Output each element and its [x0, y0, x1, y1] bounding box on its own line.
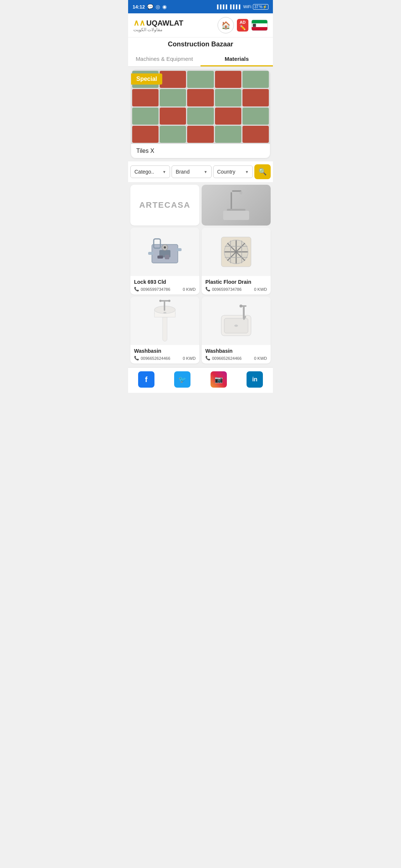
- brand-dropdown[interactable]: Brand ▼: [172, 165, 211, 178]
- product-name-drain: Plastic Floor Drain: [205, 279, 267, 285]
- location-icon: ◎: [156, 4, 160, 10]
- battery-indicator: 37 %⚡: [253, 4, 268, 10]
- chevron-down-icon: ▼: [245, 170, 249, 174]
- product-image-washbasin-1: [130, 297, 199, 345]
- pencil-icon: ✏️: [239, 24, 246, 30]
- phone-lock: 📞 0096599734786: [134, 287, 170, 292]
- featured-image: Special: [131, 70, 270, 144]
- instagram-button[interactable]: 📷: [211, 371, 227, 388]
- banner-row: ARTECASA: [130, 185, 271, 226]
- filter-bar: Catego.. ▼ Brand ▼ Country ▼ 🔍: [128, 161, 273, 183]
- chevron-down-icon: ▼: [162, 170, 166, 174]
- flag-green-stripe: [252, 20, 267, 23]
- flag-red-stripe: [252, 27, 267, 30]
- status-left: 14:12 💬 ◎ ◉: [133, 4, 167, 10]
- logo-main: ∧∧ UQAWLAT: [133, 18, 183, 28]
- svg-point-37: [239, 305, 242, 308]
- featured-card[interactable]: Special Tiles X: [131, 70, 270, 158]
- product-name-washbasin-1: Washbasin: [134, 348, 196, 354]
- home-icon: 🏠: [221, 21, 231, 30]
- svg-rect-10: [165, 255, 169, 259]
- status-time: 14:12: [133, 4, 145, 10]
- bathroom-fixture-svg: [219, 188, 253, 222]
- product-info-drain: Plastic Floor Drain 📞 0096599734786 0 KW…: [202, 276, 271, 295]
- search-icon: 🔍: [258, 168, 267, 176]
- product-card-washbasin-1[interactable]: Washbasin 📞 0096652624466 0 KWD: [130, 297, 199, 364]
- svg-rect-13: [148, 252, 154, 255]
- country-dropdown[interactable]: Country ▼: [213, 165, 253, 178]
- products-row-1: Lock 693 Cld 📞 0096599734786 0 KWD: [130, 228, 271, 295]
- artecasa-brand-text: ARTECASA: [139, 200, 190, 210]
- tab-materials[interactable]: Materials: [200, 51, 273, 66]
- basin-counter-svg: [218, 299, 255, 343]
- product-card-washbasin-2[interactable]: Washbasin 📞 0096652624466 0 KWD: [202, 297, 271, 364]
- phone-icon: 📞: [134, 356, 139, 361]
- logo: ∧∧ UQAWLAT مقاولات الكويت: [133, 18, 183, 32]
- product-image-washbasin-2: [202, 297, 271, 345]
- wifi-icon: WiFi: [243, 4, 251, 9]
- logo-chevrons-icon: ∧∧: [133, 18, 145, 28]
- product-image-lock: [130, 228, 199, 276]
- svg-point-32: [163, 312, 166, 313]
- svg-point-39: [234, 325, 238, 327]
- svg-rect-24: [163, 313, 167, 341]
- product-meta-drain: 📞 0096599734786 0 KWD: [205, 287, 267, 292]
- svg-rect-0: [231, 192, 232, 211]
- ad-button[interactable]: AD ✏️: [237, 19, 248, 32]
- bottom-nav: f 🐦 📷 in: [128, 367, 273, 393]
- category-dropdown[interactable]: Catego.. ▼: [130, 165, 170, 178]
- lock-svg: [146, 233, 183, 270]
- logo-arabic: مقاولات الكويت: [133, 27, 183, 32]
- product-image-drain: [202, 228, 271, 276]
- svg-point-31: [168, 300, 170, 302]
- header-icons: 🏠 AD ✏️ ⬛: [218, 17, 268, 33]
- facebook-icon: f: [145, 375, 147, 384]
- product-info-washbasin-1: Washbasin 📞 0096652624466 0 KWD: [130, 345, 199, 364]
- tab-machines[interactable]: Machines & Equipment: [128, 51, 200, 66]
- bookmark-icon: ◉: [162, 4, 167, 10]
- main-tabs: Machines & Equipment Materials: [128, 51, 273, 67]
- product-name-washbasin-2: Washbasin: [205, 348, 267, 354]
- product-card-drain[interactable]: Plastic Floor Drain 📞 0096599734786 0 KW…: [202, 228, 271, 295]
- flag-emblem: ⬛: [252, 23, 256, 27]
- product-meta-lock: 📞 0096599734786 0 KWD: [134, 287, 196, 292]
- products-row-2: Washbasin 📞 0096652624466 0 KWD: [130, 297, 271, 364]
- basin-pedestal-svg: [146, 299, 183, 343]
- bathroom-image: [202, 185, 271, 226]
- product-name-lock: Lock 693 Cld: [134, 279, 196, 285]
- search-button[interactable]: 🔍: [254, 164, 271, 179]
- linkedin-button[interactable]: in: [247, 371, 263, 388]
- svg-rect-29: [160, 300, 169, 302]
- twitter-icon: 🐦: [178, 375, 186, 384]
- facebook-button[interactable]: f: [138, 371, 154, 388]
- page-title: Construction Bazaar: [128, 37, 273, 51]
- home-button[interactable]: 🏠: [218, 17, 234, 33]
- product-card-lock[interactable]: Lock 693 Cld 📞 0096599734786 0 KWD: [130, 228, 199, 295]
- ad-label: AD: [240, 20, 246, 24]
- products-section: ARTECASA: [128, 185, 273, 364]
- flag-white-stripe: ⬛: [252, 23, 267, 27]
- svg-point-30: [159, 300, 162, 302]
- signal-icon1: ▌▌▌▌: [217, 4, 229, 9]
- product-meta-washbasin-1: 📞 0096652624466 0 KWD: [134, 356, 196, 361]
- linkedin-icon: in: [252, 376, 257, 383]
- messenger-icon: 💬: [147, 4, 153, 10]
- product-info-lock: Lock 693 Cld 📞 0096599734786 0 KWD: [130, 276, 199, 295]
- country-flag[interactable]: ⬛: [251, 20, 268, 31]
- svg-rect-12: [176, 248, 182, 251]
- twitter-button[interactable]: 🐦: [174, 371, 190, 388]
- artecasa-card[interactable]: ARTECASA: [130, 185, 199, 226]
- svg-rect-28: [164, 300, 165, 311]
- special-badge: Special: [131, 73, 162, 85]
- phone-icon: 📞: [205, 287, 211, 292]
- status-bar: 14:12 💬 ◎ ◉ ▌▌▌▌ ▌▌▌▌ WiFi 37 %⚡: [128, 0, 273, 13]
- featured-title: Tiles X: [131, 144, 270, 158]
- app-header: ∧∧ UQAWLAT مقاولات الكويت 🏠 AD ✏️ ⬛: [128, 13, 273, 37]
- bathroom-image-card[interactable]: [202, 185, 271, 226]
- svg-point-11: [164, 246, 166, 249]
- svg-rect-9: [157, 256, 163, 259]
- svg-rect-2: [223, 211, 249, 220]
- svg-point-4: [239, 191, 242, 194]
- chevron-down-icon: ▼: [204, 170, 208, 174]
- phone-washbasin-1: 📞 0096652624466: [134, 356, 170, 361]
